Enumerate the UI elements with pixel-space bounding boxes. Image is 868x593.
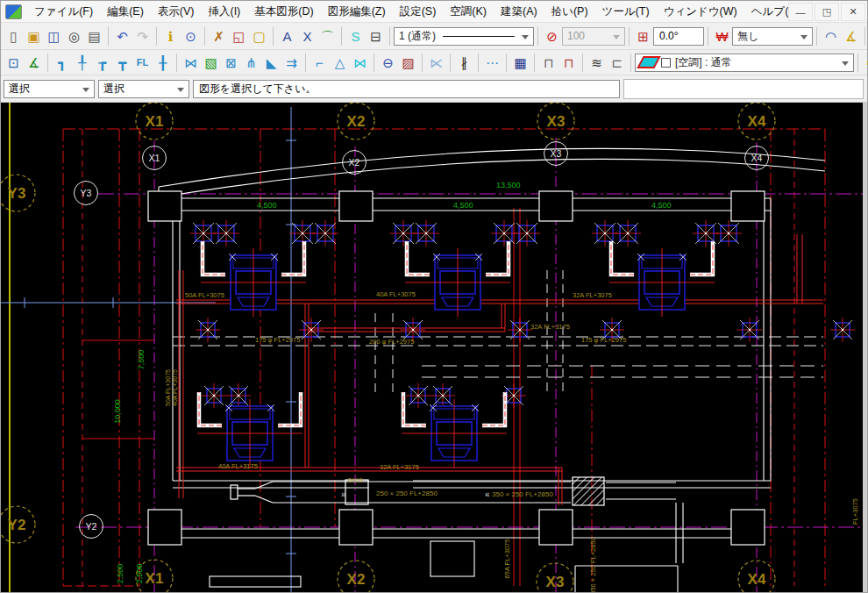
diffuser[interactable] [312,220,338,246]
menu-view[interactable]: 表示(V) [151,2,202,22]
snap-icon[interactable]: S [345,26,366,46]
pipe-riser-icon[interactable]: ╀ [72,53,92,73]
column[interactable] [339,510,373,545]
diffuser[interactable] [202,383,226,408]
diffuser[interactable] [406,383,430,408]
column[interactable] [539,510,573,545]
mini-valve-icon[interactable]: ⋉ [426,53,446,73]
menu-edit[interactable]: 編集(E) [100,2,151,22]
grid-bubble-yellow[interactable]: X3 [537,103,574,139]
diffuser[interactable] [592,220,618,246]
diffuser[interactable] [196,318,220,342]
open-folder-icon[interactable]: ▣ [24,26,44,46]
line-style-combo[interactable]: 1 (通常) [394,27,534,46]
diffuser[interactable] [514,220,540,246]
menu-insert[interactable]: 挿入(I) [201,2,247,22]
grid-bubble-yellow[interactable]: X1 [136,103,173,139]
gear-run-icon[interactable]: ⚙ [862,53,868,73]
fcu-unit[interactable] [197,392,302,468]
angle-input[interactable]: 0.0° [653,27,704,46]
pipe-branch-icon[interactable]: ┲ [92,53,112,73]
grid-bubble-yellow[interactable]: Y3 [1,175,35,211]
text-xyz-icon[interactable]: X [297,26,317,46]
fcu-unit[interactable] [405,241,510,317]
restore-button[interactable]: ◳ [815,3,839,21]
column[interactable] [148,510,181,545]
diffuser[interactable] [226,383,251,408]
drawing-canvas[interactable]: X1X2X3X4X1X2X3X4Y3Y2X1X2X3X4Y3Y213,5004,… [1,103,867,592]
menu-settings[interactable]: 設定(S) [393,2,444,22]
column[interactable] [731,510,765,545]
column[interactable] [539,191,573,221]
undo-icon[interactable]: ↶ [112,26,132,46]
grid-bubble-yellow[interactable]: X4 [738,561,775,592]
grid-bubble-yellow[interactable]: X2 [338,561,374,592]
minimize-button[interactable]: — [788,3,813,21]
layer-frame-icon[interactable]: ⊞ [633,26,653,46]
fcu-unit[interactable] [402,392,507,468]
valve-hatch-icon[interactable]: ▧ [201,53,221,73]
hatch-combo[interactable]: 無し [732,27,813,46]
text-abc-icon[interactable]: A [277,26,297,46]
circle-symbol-icon[interactable]: ⊖ [378,53,398,73]
diffuser[interactable] [693,220,719,246]
duct-elbow-icon[interactable]: ⌐ [309,53,330,73]
edit-window-icon[interactable]: ◱ [229,26,249,46]
damper-icon[interactable]: ⊠ [221,53,241,73]
slash-lines-icon[interactable]: ∦ [454,53,474,73]
no-entry-icon[interactable]: ⊘ [542,26,562,46]
hatch-icon[interactable]: ₩ [712,26,732,46]
diffuser[interactable] [737,318,762,342]
fcu-unit[interactable] [609,241,715,317]
dim-xxx-icon[interactable]: ⋯ [482,53,502,73]
shape-pick-icon[interactable]: △ [330,53,350,73]
diffuser[interactable] [508,318,532,342]
layer-set-icon[interactable]: ⊟ [366,26,386,46]
fcu-unit[interactable] [201,241,306,317]
menu-file[interactable]: ファイル(F) [27,2,100,22]
fl-level-icon[interactable]: FL [132,53,153,73]
menu-takeoff[interactable]: 拾い(P) [544,2,595,22]
measure-info-icon[interactable]: ℹ [160,26,181,46]
diffuser[interactable] [430,383,455,408]
menu-basic-shape[interactable]: 基本図形(D) [247,2,320,22]
bracket-gray-icon[interactable]: ⊓ [538,53,559,73]
diffuser[interactable] [413,220,439,246]
display-pipe-icon[interactable]: ⊡ [4,53,24,73]
diffuser[interactable] [390,220,416,246]
save-icon[interactable]: ◫ [44,26,64,46]
close-button[interactable]: ✕ [841,3,865,21]
pipe-fitting-icon[interactable]: ╂ [153,53,173,73]
column[interactable] [148,191,181,221]
pipe-tee-icon[interactable]: ┳ [112,53,132,73]
zoom-preview-icon[interactable]: ⊙ [181,26,201,46]
layer-table-icon[interactable]: ▦ [510,53,530,73]
select-mode-dropdown-2[interactable]: 選択 [98,80,189,98]
select-mode-dropdown-1[interactable]: 選択 [4,80,95,98]
menu-hvac[interactable]: 空調(K) [443,2,494,22]
selection-frame-icon[interactable]: ▢ [249,26,269,46]
menu-tools[interactable]: ツール(T) [595,2,657,22]
protractor-icon[interactable]: ◠ [821,26,841,46]
check-valve-icon[interactable]: ⋈ [181,53,201,73]
key-icon[interactable]: ⌒ [317,26,338,46]
valve-tee-icon[interactable]: ⋔ [241,53,261,73]
menu-architecture[interactable]: 建築(A) [494,2,544,22]
folder-up-icon[interactable]: ⊏ [607,53,627,73]
grid-bubble-yellow[interactable]: X4 [738,103,775,139]
grid-bubble-yellow[interactable]: Y2 [1,506,35,543]
bracket-red-icon[interactable]: ⊓ [559,53,579,73]
main-duct[interactable] [231,477,676,505]
hatch-symbol-icon[interactable]: ▨ [398,53,418,73]
menu-window[interactable]: ウィンドウ(W) [657,2,744,22]
angle-measure-icon[interactable]: ∡ [24,53,44,73]
clean-icon[interactable]: ✗ [209,26,229,46]
menu-shape-edit[interactable]: 図形編集(Z) [321,2,393,22]
find-icon[interactable]: ◎ [64,26,84,46]
duct-angle-icon[interactable]: ◣ [261,53,281,73]
grid-bubble-yellow[interactable]: X2 [338,103,374,139]
mode-combo[interactable]: [空調] : 通常 [635,54,854,72]
column[interactable] [339,191,373,221]
diffuser[interactable] [715,220,742,246]
grid-bubble-yellow[interactable]: X3 [537,563,573,592]
